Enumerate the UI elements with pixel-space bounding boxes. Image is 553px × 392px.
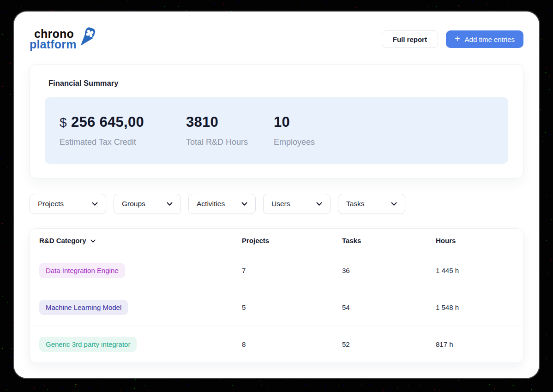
- rd-category-table: R&D Category Projects Tasks Hours Data I…: [30, 228, 523, 363]
- paper-plane-icon: [79, 27, 96, 48]
- cell-projects: 8: [242, 340, 342, 348]
- column-header-tasks: Tasks: [342, 237, 436, 244]
- full-report-button[interactable]: Full report: [382, 30, 438, 48]
- metric-label: Employees: [274, 137, 315, 147]
- logo-word-platform: platform: [30, 39, 77, 50]
- chrono-platform-logo[interactable]: chrono platform: [30, 29, 96, 50]
- cell-hours: 1 548 h: [436, 303, 523, 311]
- cell-hours: 1 445 h: [436, 267, 523, 274]
- column-header-projects: Projects: [242, 237, 342, 244]
- filter-dropdown-users[interactable]: Users: [263, 194, 331, 214]
- financial-summary-title: Financial Summary: [48, 79, 508, 88]
- metric-value: 3810: [186, 114, 274, 131]
- chevron-down-icon: [391, 200, 397, 208]
- cell-projects: 5: [242, 303, 342, 311]
- chevron-down-icon: [92, 200, 98, 208]
- filter-dropdown-groups[interactable]: Groups: [114, 194, 181, 214]
- chevron-down-icon: [241, 200, 247, 208]
- filter-dropdown-tasks[interactable]: Tasks: [338, 194, 405, 214]
- metric-estimated-tax-credit: $ 256 645,00 Estimated Tax Credit: [60, 114, 186, 164]
- category-tag: Generic 3rd party integrator: [39, 337, 137, 352]
- app-window: chrono platform Full report: [14, 12, 539, 378]
- metric-total-rd-hours: 3810 Total R&D Hours: [186, 114, 274, 164]
- column-header-rd-category[interactable]: R&D Category: [39, 237, 242, 244]
- table-header-row: R&D Category Projects Tasks Hours: [30, 229, 523, 252]
- table-row[interactable]: Generic 3rd party integrator 8 52 817 h: [30, 326, 523, 362]
- metric-value: 256 645,00: [71, 114, 144, 131]
- filter-bar: Projects Groups Activities Users Tasks: [30, 194, 523, 214]
- category-tag: Data Integration Engine: [39, 263, 125, 278]
- filter-dropdown-activities[interactable]: Activities: [188, 194, 256, 214]
- table-row[interactable]: Data Integration Engine 7 36 1 445 h: [30, 252, 523, 289]
- cell-tasks: 54: [342, 303, 436, 311]
- financial-summary-panel: $ 256 645,00 Estimated Tax Credit 3810 T…: [45, 97, 508, 164]
- metric-value: 10: [274, 114, 315, 131]
- metric-label: Total R&D Hours: [186, 137, 274, 147]
- top-bar: chrono platform Full report: [30, 28, 523, 50]
- column-header-hours: Hours: [436, 237, 523, 244]
- chevron-down-icon: [167, 200, 173, 208]
- chevron-down-icon: [316, 200, 322, 208]
- add-time-entries-label: Add time entries: [465, 36, 515, 43]
- financial-summary-card: Financial Summary $ 256 645,00 Estimated…: [30, 64, 523, 178]
- chevron-down-icon: [90, 237, 96, 244]
- category-tag: Machine Learning Model: [39, 300, 128, 315]
- filter-dropdown-projects[interactable]: Projects: [30, 194, 106, 214]
- dollar-sign: $: [60, 115, 67, 130]
- add-time-entries-button[interactable]: + Add time entries: [446, 30, 523, 48]
- cell-tasks: 52: [342, 340, 436, 348]
- cell-tasks: 36: [342, 267, 436, 274]
- cell-hours: 817 h: [436, 340, 523, 348]
- cell-projects: 7: [242, 267, 342, 274]
- metric-label: Estimated Tax Credit: [60, 137, 186, 147]
- table-row[interactable]: Machine Learning Model 5 54 1 548 h: [30, 289, 523, 326]
- metric-employees: 10 Employees: [274, 114, 315, 164]
- plus-icon: +: [455, 34, 460, 43]
- top-bar-actions: Full report + Add time entries: [382, 30, 523, 48]
